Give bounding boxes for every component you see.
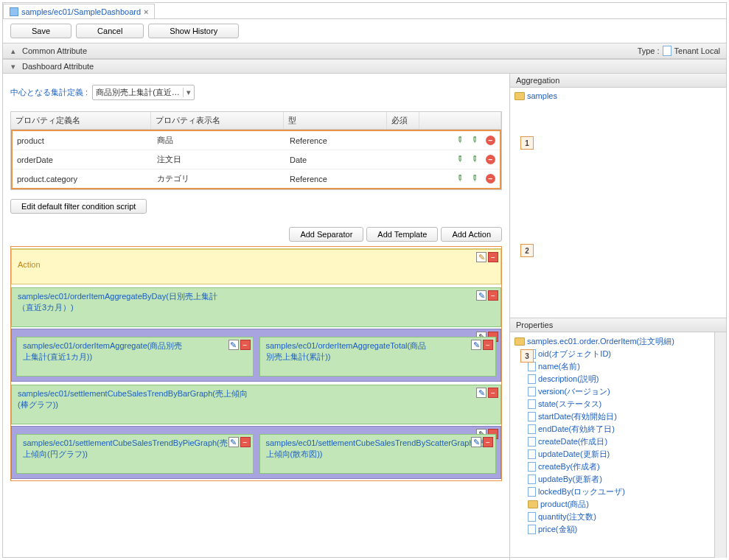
delete-icon[interactable]: −	[240, 340, 251, 350]
table-row[interactable]: orderDate注文日Date✎✎−	[13, 150, 500, 169]
agg-def-select[interactable]: 商品別売上集計(直近… ▾	[92, 85, 195, 100]
add-template-button[interactable]: Add Template	[366, 227, 438, 242]
action-block[interactable]: ✎ − Action	[11, 248, 501, 284]
document-icon	[528, 462, 536, 472]
tree-node[interactable]: oid(オブジェクトID)	[515, 348, 710, 360]
type-value: Tenant Local	[674, 46, 720, 55]
cancel-button[interactable]: Cancel	[76, 24, 144, 38]
edit-icon[interactable]: ✎	[470, 153, 482, 166]
aggregate-block[interactable]: ✎− samples/ec01/orderItemAggregate(商品別売上…	[16, 337, 254, 377]
delete-icon[interactable]: −	[488, 388, 498, 398]
tree-label: updateDate(更新日)	[538, 449, 610, 460]
tree-node[interactable]: createDate(作成日)	[515, 435, 710, 448]
tree-node[interactable]: updateDate(更新日)	[515, 448, 710, 461]
remove-icon[interactable]: −	[486, 136, 495, 145]
add-action-button[interactable]: Add Action	[441, 227, 502, 242]
edit-icon[interactable]: ✎	[455, 172, 467, 185]
delete-icon[interactable]: −	[488, 290, 498, 301]
delete-icon[interactable]: −	[483, 437, 493, 447]
tree-node[interactable]: name(名前)	[515, 360, 710, 373]
aggregate-block[interactable]: ✎ − samples/ec01/orderItemAggregateByDay…	[11, 287, 501, 327]
remove-icon[interactable]: −	[486, 174, 495, 183]
aggregate-block[interactable]: ✎− samples/ec01/settlementCubeSalesTrend…	[259, 434, 497, 474]
layout-area: ✎ − Action ✎ − samples/ec01/orderItemAgg…	[10, 246, 502, 481]
aggregate-block[interactable]: ✎ − samples/ec01/settlementCubeSalesTren…	[11, 385, 501, 424]
tree-node[interactable]: updateBy(更新者)	[515, 473, 710, 486]
cell-name: orderDate	[13, 154, 153, 166]
tree-node[interactable]: samples	[515, 91, 722, 101]
edit-icon[interactable]: ✎	[455, 153, 467, 166]
callout-2: 2	[520, 244, 534, 257]
cell-type: Reference	[285, 135, 388, 147]
save-button[interactable]: Save	[10, 24, 71, 38]
edit-icon[interactable]: ✎	[455, 134, 467, 147]
accordion-label: Common Attribute	[22, 46, 87, 55]
row-container[interactable]: ✎ − ✎− samples/ec01/settlementCubeSalesT…	[11, 426, 501, 479]
cell-required	[388, 158, 421, 161]
edit-icon[interactable]: ✎	[476, 388, 486, 398]
table-row[interactable]: product商品Reference✎✎−	[13, 131, 500, 150]
action-label: Action	[18, 260, 41, 269]
cell-type: Date	[285, 154, 388, 166]
edit-icon[interactable]: ✎	[229, 437, 239, 447]
editor-tab[interactable]: samples/ec01/SampleDashboard ×	[3, 4, 155, 18]
col-type: 型	[284, 112, 387, 129]
chevron-down-icon: ▾	[9, 63, 18, 70]
tree-node[interactable]: lockedBy(ロックユーザ)	[515, 486, 710, 498]
tab-label[interactable]: samples/ec01/SampleDashboard	[21, 7, 141, 16]
tree-node[interactable]: quantity(注文数)	[515, 511, 710, 523]
edit-filter-button[interactable]: Edit default filter condition script	[10, 199, 147, 214]
tree-label: price(金額)	[538, 524, 577, 535]
cell-display: 商品	[153, 133, 285, 147]
scrollbar[interactable]	[714, 332, 726, 558]
cell-required	[388, 139, 421, 142]
delete-icon[interactable]: −	[240, 437, 251, 447]
folder-icon	[515, 92, 525, 100]
document-icon	[528, 475, 536, 484]
folder-icon	[515, 337, 525, 346]
tree-label: samples	[527, 91, 557, 100]
document-icon	[528, 362, 536, 371]
right-pane: Aggregation samples Properties samples.e…	[510, 74, 726, 560]
cell-required	[388, 178, 421, 181]
document-icon	[528, 399, 536, 409]
edit-icon[interactable]: ✎	[476, 252, 486, 262]
tree-root[interactable]: samples.ec01.order.OrderItem(注文明細)	[515, 335, 710, 348]
toolbar: Save Cancel Show History	[3, 19, 726, 43]
remove-icon[interactable]: −	[486, 155, 495, 164]
accordion-common[interactable]: ▴ Common Attribute Type : Tenant Local	[3, 43, 726, 59]
show-history-button[interactable]: Show History	[148, 24, 239, 38]
cell-display: カテゴリ	[153, 172, 285, 186]
tree-node[interactable]: createBy(作成者)	[515, 461, 710, 473]
block-label: samples/ec01/orderItemAggregate(商品別売上集計(…	[23, 340, 185, 363]
edit-icon[interactable]: ✎	[471, 340, 481, 350]
tree-label: oid(オブジェクトID)	[538, 349, 611, 360]
close-icon[interactable]: ×	[144, 7, 148, 16]
tree-node[interactable]: product(商品)	[515, 498, 710, 511]
row-container[interactable]: ✎ − ✎− samples/ec01/orderItemAggregate(商…	[11, 329, 501, 382]
table-row[interactable]: product.categoryカテゴリReference✎✎−	[13, 169, 500, 188]
left-pane: 中心となる集計定義 : 商品別売上集計(直近… ▾ プロパティ定義名 プロパティ…	[3, 74, 510, 560]
tree-node[interactable]: price(金額)	[515, 523, 710, 536]
edit-icon[interactable]: ✎	[471, 437, 481, 447]
add-separator-button[interactable]: Add Separator	[289, 227, 363, 242]
cell-name: product	[13, 135, 153, 147]
tree-label: version(バージョン)	[538, 386, 610, 397]
aggregate-block[interactable]: ✎− samples/ec01/orderItemAggregateTotal(…	[259, 337, 497, 377]
edit-icon[interactable]: ✎	[470, 134, 482, 147]
tree-node[interactable]: state(ステータス)	[515, 398, 710, 410]
accordion-dashboard[interactable]: ▾ Dashboard Attribute	[3, 59, 726, 74]
delete-icon[interactable]: −	[483, 340, 493, 350]
tree-node[interactable]: startDate(有効開始日)	[515, 410, 710, 423]
tree-node[interactable]: description(説明)	[515, 373, 710, 385]
delete-icon[interactable]: −	[488, 252, 498, 262]
aggregate-block[interactable]: ✎− samples/ec01/settlementCubeSalesTrend…	[16, 434, 254, 474]
edit-icon[interactable]: ✎	[229, 340, 239, 350]
tree-node[interactable]: version(バージョン)	[515, 385, 710, 398]
edit-icon[interactable]: ✎	[470, 172, 482, 185]
edit-icon[interactable]: ✎	[476, 290, 486, 301]
document-icon	[528, 487, 536, 497]
tree-node[interactable]: endDate(有効終了日)	[515, 423, 710, 435]
aggregation-panel-title: Aggregation	[510, 74, 726, 88]
tree-label: createDate(作成日)	[538, 436, 607, 447]
